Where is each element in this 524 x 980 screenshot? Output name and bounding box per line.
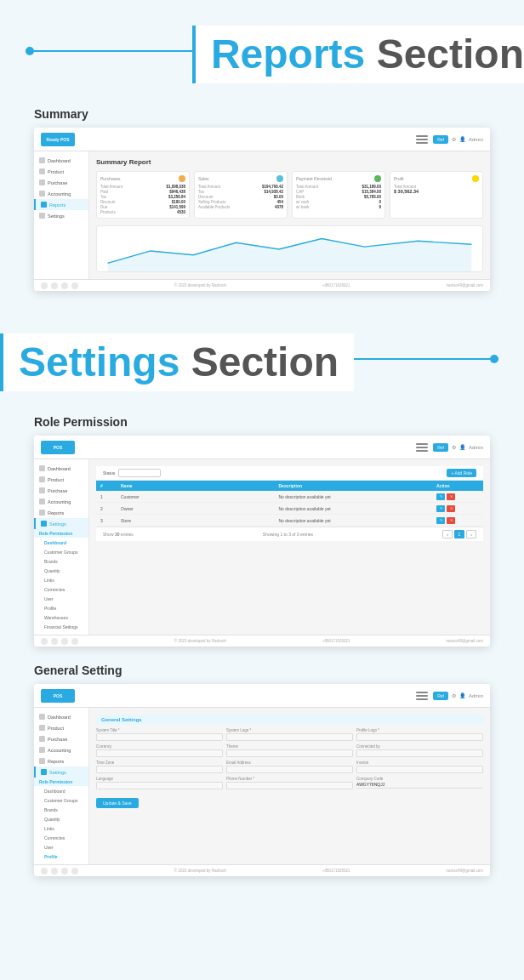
role-sidebar-reports[interactable]: Reports <box>34 507 88 518</box>
role-purchase-icon <box>39 487 45 493</box>
role-sub-item-customer-groups[interactable]: Customer Groups <box>34 547 88 556</box>
row-3-delete-btn[interactable]: ✕ <box>447 517 455 524</box>
gen-sub-item-quantity[interactable]: Quantity <box>34 814 88 823</box>
general-hamburger-icon[interactable] <box>416 692 428 700</box>
role-sidebar-accounting[interactable]: Accounting <box>34 496 88 507</box>
email-input[interactable] <box>226 766 353 773</box>
footer-email: namso49@gmail.com <box>446 283 483 288</box>
role-topbar-btn[interactable]: Ref <box>433 443 448 452</box>
role-sidebar-purchase[interactable]: Purchase <box>34 485 88 496</box>
role-sub-item-warehouses[interactable]: Warehouses <box>34 612 88 622</box>
system-title-input[interactable] <box>96 733 223 741</box>
payment-card-icon <box>374 175 381 182</box>
summary-screenshot: Ready POS Ref ⚙ 👤 Admin Dashboard <box>34 128 490 291</box>
theme-label: Theme <box>226 744 353 749</box>
currency-label: Currency <box>96 744 223 749</box>
role-footer-copy: © 2023 developed by Radrooh <box>174 639 226 643</box>
role-sub-item-dashboard[interactable]: Dashboard <box>34 538 88 547</box>
row-1-edit-btn[interactable]: ✎ <box>436 493 445 500</box>
gen-sub-item-user[interactable]: User <box>34 842 88 852</box>
sidebar-item-dashboard[interactable]: Dashboard <box>34 155 88 166</box>
row-3-edit-btn[interactable]: ✎ <box>436 517 445 524</box>
role-sub-item-quantity[interactable]: Quantity <box>34 566 88 575</box>
role-sub-item-profile[interactable]: Profile <box>34 603 88 612</box>
profile-logo-input[interactable] <box>356 733 483 741</box>
language-label: Language <box>96 777 223 781</box>
hamburger-icon[interactable] <box>416 135 428 144</box>
role-permission-screenshot: POS Ref ⚙👤Admin Dashboard Product <box>34 436 490 647</box>
phone-input[interactable] <box>226 782 353 789</box>
role-main-content: Status + Add Role # Name Description Act… <box>89 459 490 635</box>
sidebar-item-product[interactable]: Product <box>34 166 88 177</box>
role-table: # Name Description Action 1 Customer No … <box>96 481 483 527</box>
connected-by-input[interactable] <box>356 749 483 757</box>
system-title-label: System Title * <box>96 728 223 732</box>
role-sidebar-dashboard[interactable]: Dashboard <box>34 463 88 474</box>
profit-card: Profit Total Amount $ 30,562.34 <box>390 171 483 219</box>
role-sub-item-user[interactable]: User <box>34 594 88 603</box>
role-sub-item-links[interactable]: Links <box>34 575 88 584</box>
gen-sub-item-dashboard[interactable]: Dashboard <box>34 786 88 795</box>
role-table-footer: Show 30 entries Showing 1 to 3 of 3 entr… <box>96 527 483 541</box>
general-logo: POS <box>41 689 75 703</box>
gen-sidebar-product[interactable]: Product <box>34 722 88 733</box>
purchases-card: Purchases Total Amount$1,098,038 Paid$94… <box>96 171 190 219</box>
gen-sidebar-purchase[interactable]: Purchase <box>34 733 88 744</box>
reports-title-box: Reports Section <box>192 26 524 83</box>
invoice-field: Invoice <box>356 761 483 773</box>
gen-sidebar-reports[interactable]: Reports <box>34 755 88 766</box>
email-field: Email Address <box>226 761 353 773</box>
sidebar-item-accounting[interactable]: Accounting <box>34 188 88 199</box>
currency-field: Currency <box>96 744 223 757</box>
reports-hero-section: Reports Section <box>0 0 524 100</box>
theme-input[interactable] <box>226 749 353 757</box>
mock-footer: © 2023 developed by Radrooh +88017162692… <box>34 279 490 291</box>
row-2-edit-btn[interactable]: ✎ <box>436 505 445 512</box>
footer-icon-4 <box>71 282 78 289</box>
role-toolbar: Status + Add Role <box>96 466 483 481</box>
general-setting-screenshot: POS Ref ⚙👤Admin Dashboard Product <box>34 684 490 876</box>
sidebar-item-reports[interactable]: Reports <box>34 199 88 210</box>
timezone-input[interactable] <box>96 766 223 773</box>
language-field: Language <box>96 777 223 789</box>
role-sidebar-settings[interactable]: Settings <box>34 518 88 529</box>
sidebar-item-settings[interactable]: Settings <box>34 210 88 221</box>
table-row: 2 Owner No description available yet ✎ ✕ <box>96 503 483 515</box>
topbar-user: Admin <box>469 137 483 142</box>
role-hamburger-icon[interactable] <box>416 443 428 452</box>
save-update-button[interactable]: Update & Save <box>96 798 139 808</box>
currency-input[interactable] <box>96 749 223 757</box>
role-search-input[interactable] <box>118 469 161 477</box>
gen-sub-item-profile[interactable]: Profile <box>34 852 88 861</box>
gen-sub-item-links[interactable]: Links <box>34 823 88 833</box>
prev-page-btn[interactable]: ‹ <box>442 530 453 538</box>
gen-sub-item-customer-groups[interactable]: Customer Groups <box>34 795 88 805</box>
role-add-button[interactable]: + Add Role <box>447 469 476 477</box>
gen-sub-item-currencies[interactable]: Currencies <box>34 833 88 842</box>
gen-sidebar-accounting[interactable]: Accounting <box>34 744 88 755</box>
invoice-input[interactable] <box>356 766 483 773</box>
role-footer: © 2023 developed by Radrooh +88017152692… <box>34 635 490 647</box>
page-1-btn[interactable]: 1 <box>454 530 464 538</box>
role-sub-item-currencies[interactable]: Currencies <box>34 584 88 594</box>
row-1-delete-btn[interactable]: ✕ <box>447 493 455 500</box>
mock-logo: Ready POS <box>41 133 75 146</box>
next-page-btn[interactable]: › <box>466 530 476 538</box>
gen-sidebar-settings[interactable]: Settings <box>34 766 88 778</box>
general-topbar-btn[interactable]: Ref <box>433 692 448 700</box>
role-sidebar-product[interactable]: Product <box>34 474 88 485</box>
gen-footer-icon-2 <box>51 868 58 875</box>
topbar-ref-btn[interactable]: Ref <box>433 135 448 144</box>
theme-field: Theme <box>226 744 353 757</box>
role-sub-item-financial-settings[interactable]: Financial Settings <box>34 622 88 631</box>
gen-sub-item-brands[interactable]: Brands <box>34 805 88 814</box>
gen-dashboard-icon <box>39 714 45 720</box>
language-input[interactable] <box>96 782 223 789</box>
gen-sidebar-dashboard[interactable]: Dashboard <box>34 711 88 722</box>
sidebar-item-purchase[interactable]: Purchase <box>34 177 88 188</box>
gen-footer-icon-4 <box>71 868 78 875</box>
system-logo-input[interactable] <box>226 733 353 741</box>
role-sub-item-brands[interactable]: Brands <box>34 556 88 566</box>
gen-reports-icon <box>39 758 45 764</box>
row-2-delete-btn[interactable]: ✕ <box>447 505 455 512</box>
